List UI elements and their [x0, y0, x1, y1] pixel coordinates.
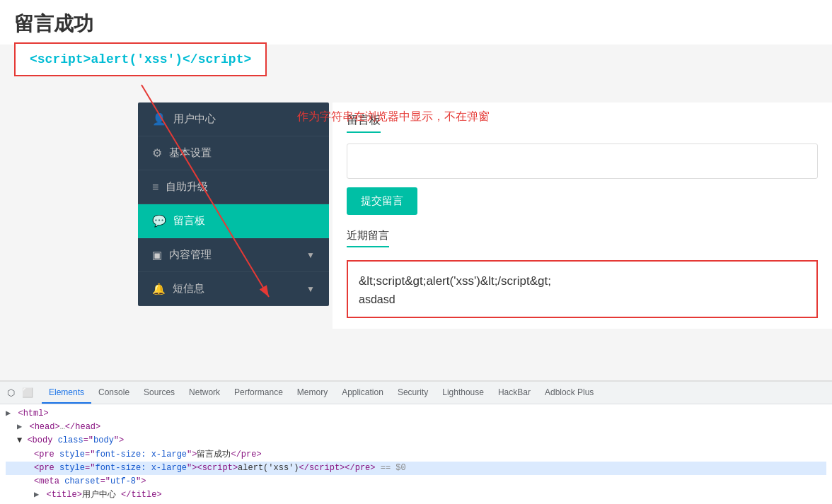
chevron-down-icon: ▼ [306, 250, 315, 260]
submit-button[interactable]: 提交留言 [347, 187, 417, 215]
chevron-down-icon-sms: ▼ [306, 284, 315, 294]
sidebar: 👤 用户中心 ⚙ 基本设置 ≡ 自助升级 💬 留言板 ▣ 内容管理 ▼ 🔔 短信… [138, 102, 329, 306]
user-icon: 👤 [152, 112, 166, 126]
xss-code-box: <script>alert('xss')</script> [14, 42, 267, 76]
tab-console[interactable]: Console [91, 382, 137, 404]
pre-line1: <pre style="font-size: x-large">留言成功</pr… [6, 448, 826, 462]
pre-line2-highlighted: <pre style="font-size: x-large"><script>… [6, 462, 826, 475]
html-line: ▶ <html> [6, 407, 826, 421]
sms-icon: 🔔 [152, 283, 166, 295]
sidebar-item-basic-settings[interactable]: ⚙ 基本设置 [138, 136, 329, 170]
xss-escaped-text: &lt;script&gt;alert('xss')&lt;/script&gt… [359, 272, 806, 291]
meta-line: <meta charset="utf-8"> [6, 475, 826, 488]
expand-body[interactable]: ▼ [17, 435, 22, 445]
tab-network[interactable]: Network [182, 382, 227, 404]
sidebar-item-self-upgrade[interactable]: ≡ 自助升级 [138, 170, 329, 204]
tab-memory[interactable]: Memory [290, 382, 335, 404]
body-open-line: ▼ <body class="body"> [6, 434, 826, 447]
sidebar-label-content-manage: 内容管理 [169, 248, 212, 262]
tab-elements[interactable]: Elements [42, 382, 91, 404]
tab-security[interactable]: Security [391, 382, 435, 404]
other-message-text: asdasd [359, 293, 806, 306]
upgrade-icon: ≡ [152, 181, 158, 194]
sidebar-item-message-board[interactable]: 💬 留言板 [138, 204, 329, 238]
sidebar-label-user-center: 用户中心 [173, 112, 216, 126]
recent-title: 近期留言 [347, 229, 389, 247]
devtools-icon-group: ⬡ ⬜ [4, 386, 35, 400]
sidebar-label-basic-settings: 基本设置 [169, 146, 212, 160]
gear-icon: ⚙ [152, 146, 162, 160]
xss-output-box: &lt;script&gt;alert('xss')&lt;/script&gt… [347, 260, 818, 318]
content-icon: ▣ [152, 249, 162, 262]
device-icon[interactable]: ⬜ [21, 386, 35, 400]
expand-html[interactable]: ▶ [6, 409, 11, 418]
head-line: ▶ <head>…</head> [6, 421, 826, 434]
sidebar-label-message-board: 留言板 [173, 214, 205, 228]
sidebar-item-content-manage[interactable]: ▣ 内容管理 ▼ [138, 238, 329, 272]
tab-adblock-plus[interactable]: Adblock Plus [538, 382, 601, 404]
sidebar-label-sms: 短信息 [173, 282, 204, 295]
expand-head[interactable]: ▶ [17, 422, 22, 432]
message-input[interactable] [347, 143, 818, 179]
xss-code-text: <script>alert('xss')</script> [30, 52, 251, 66]
sidebar-label-self-upgrade: 自助升级 [166, 180, 208, 194]
tab-performance[interactable]: Performance [227, 382, 290, 404]
tab-lighthouse[interactable]: Lighthouse [435, 382, 491, 404]
page-title: 留言成功 [0, 0, 832, 45]
inspect-icon[interactable]: ⬡ [4, 386, 18, 400]
sidebar-item-sms[interactable]: 🔔 短信息 ▼ [138, 272, 329, 306]
title-line: ▶ <title>用户中心 </title> [6, 488, 826, 502]
devtools-panel: ⬡ ⬜ Elements Console Sources Network Per… [0, 380, 832, 504]
message-icon: 💬 [152, 214, 166, 228]
tab-application[interactable]: Application [335, 382, 391, 404]
right-panel: 留言板 提交留言 近期留言 &lt;script&gt;alert('xss')… [333, 102, 832, 329]
tab-sources[interactable]: Sources [137, 382, 182, 404]
devtools-tabs-bar: ⬡ ⬜ Elements Console Sources Network Per… [0, 382, 832, 404]
annotation-text: 作为字符串在浏览器中显示，不在弹窗 [297, 110, 490, 124]
tab-hackbar[interactable]: HackBar [491, 382, 538, 404]
main-content: 留言成功 <script>alert('xss')</script> 作为字符串… [0, 0, 832, 382]
devtools-content: ▶ <html> ▶ <head>…</head> ▼ <body class=… [0, 404, 832, 504]
expand-title[interactable]: ▶ [34, 490, 39, 500]
